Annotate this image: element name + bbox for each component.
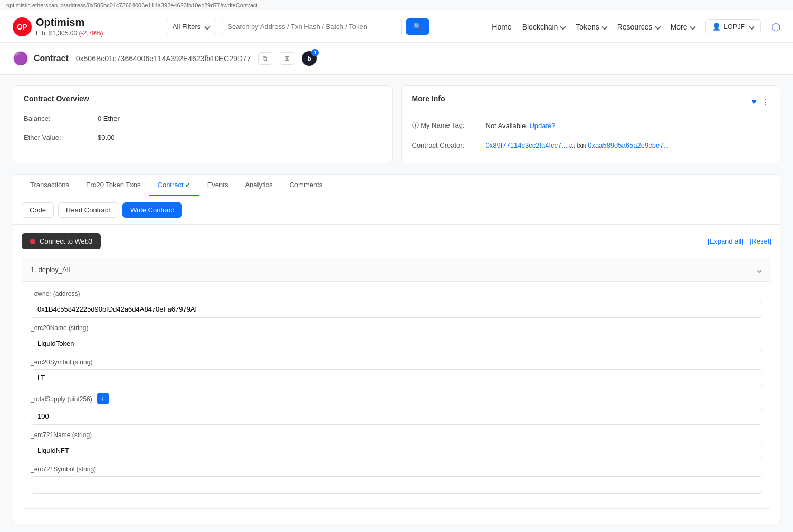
ether-value-row: Ether Value: $0.00	[24, 128, 381, 147]
field-owner-label: _owner (address)	[31, 290, 762, 297]
sub-tabs-row: Code Read Contract Write Contract	[13, 196, 780, 225]
reset-link[interactable]: [Reset]	[750, 237, 771, 245]
field-erc721name: _erc721Name (string)	[31, 431, 762, 459]
qr-code-button[interactable]: ⊞	[280, 52, 294, 65]
logo-icon: OP	[13, 17, 32, 36]
field-erc721name-input[interactable]	[31, 442, 762, 459]
sub-tab-write-contract[interactable]: Write Contract	[122, 202, 182, 218]
disconnected-icon	[30, 239, 35, 244]
nav-home[interactable]: Home	[492, 23, 511, 31]
chevron-down-icon	[690, 24, 695, 30]
tab-comments[interactable]: Comments	[281, 175, 331, 196]
nav-tokens[interactable]: Tokens	[576, 23, 606, 31]
field-erc721name-label: _erc721Name (string)	[31, 431, 762, 439]
top-bar: OP Optimism Eth: $1,305.00 (-2.79%) All …	[0, 11, 793, 43]
nav-blockchain[interactable]: Blockchain	[522, 23, 566, 31]
chevron-down-icon	[655, 24, 661, 30]
field-erc20name-label: _erc20Name (string)	[31, 324, 762, 332]
expand-all-link[interactable]: [Expand all]	[708, 237, 743, 245]
nav-resources[interactable]: Resources	[617, 23, 660, 31]
copy-address-button[interactable]: ⧉	[258, 52, 272, 65]
ether-value-value: $0.00	[98, 133, 115, 141]
chevron-down-icon	[205, 24, 211, 30]
sub-tab-code[interactable]: Code	[22, 202, 54, 218]
ether-value-label: Ether Value:	[24, 133, 98, 141]
contract-icon: 🟣	[13, 51, 28, 66]
field-erc721symbol: _erc721Symbol (string)	[31, 466, 762, 494]
sub-tab-read-contract[interactable]: Read Contract	[58, 202, 118, 218]
field-erc20symbol: _erc20Symbol (string)	[31, 359, 762, 386]
contract-creator-label: Contract Creator:	[412, 141, 486, 149]
search-area: All Filters 🔍	[166, 18, 429, 35]
search-button[interactable]: 🔍	[406, 18, 429, 35]
action-links: [Expand all] [Reset]	[708, 237, 771, 245]
blockscan-badge[interactable]: b 1	[302, 51, 317, 66]
field-erc721symbol-label: _erc721Symbol (string)	[31, 466, 762, 473]
balance-row: Balance: 0 Ether	[24, 109, 381, 128]
contract-overview-card: Contract Overview Balance: 0 Ether Ether…	[13, 85, 393, 163]
field-erc20name: _erc20Name (string)	[31, 324, 762, 352]
field-erc721symbol-input[interactable]	[31, 476, 762, 494]
balance-label: Balance:	[24, 114, 98, 122]
tabs-row: Transactions Erc20 Token Txns Contract✔ …	[13, 175, 780, 196]
creator-address-link[interactable]: 0x89f77114c3cc2fa4fcc7...	[486, 141, 568, 149]
field-owner: _owner (address)	[31, 290, 762, 318]
logo-text: Optimism	[36, 16, 103, 28]
url-text: optimistic.etherscan.io/address/0x506bc0…	[6, 2, 257, 8]
function-deploy-all: 1. deploy_All ⌄ _owner (address) _erc20N…	[22, 258, 771, 509]
verified-icon: ✔	[185, 181, 190, 189]
user-icon: 👤	[712, 23, 721, 31]
user-menu[interactable]: 👤 LOPJF	[705, 19, 761, 34]
question-icon: ⓘ	[412, 121, 421, 129]
nav-more[interactable]: More	[671, 23, 695, 31]
ethereum-logo-icon: ⬡	[771, 21, 780, 33]
function-body-deploy-all: _owner (address) _erc20Name (string) _er…	[22, 281, 771, 508]
chevron-down-icon	[601, 24, 607, 30]
field-erc20symbol-input[interactable]	[31, 369, 762, 386]
name-tag-label: ⓘ My Name Tag:	[412, 121, 486, 130]
field-totalsupply-label: _totalSupply (uint256) +	[31, 393, 762, 404]
field-totalsupply: _totalSupply (uint256) +	[31, 393, 762, 425]
function-name-deploy-all: 1. deploy_All	[31, 266, 70, 274]
balance-value: 0 Ether	[98, 114, 120, 122]
nav-area: Home Blockchain Tokens Resources More 👤 …	[492, 19, 780, 34]
badge-count: 1	[311, 49, 319, 56]
connect-web3-button[interactable]: Connect to Web3	[22, 233, 101, 249]
write-contract-area: Connect to Web3 [Expand all] [Reset] 1. …	[13, 225, 780, 524]
contract-header: 🟣 Contract 0x506Bc01c73664006e114A392E46…	[0, 43, 793, 75]
more-info-header: More Info ♥ ⋮	[412, 94, 770, 109]
chevron-down-icon	[749, 24, 754, 30]
creator-txn-link[interactable]: 0xaa589d5a65a2e9cbe7...	[588, 141, 669, 149]
overview-row: Contract Overview Balance: 0 Ether Ether…	[13, 85, 780, 163]
field-erc20name-input[interactable]	[31, 335, 762, 352]
add-totalsupply-button[interactable]: +	[97, 393, 109, 404]
favorite-button[interactable]: ♥	[752, 97, 757, 107]
chevron-down-icon	[560, 24, 566, 30]
chevron-down-icon: ⌄	[756, 265, 762, 275]
field-owner-input[interactable]	[31, 301, 762, 318]
tab-contract[interactable]: Contract✔	[149, 175, 199, 196]
name-tag-row: ⓘ My Name Tag: Not Available, Update?	[412, 115, 770, 136]
url-bar: optimistic.etherscan.io/address/0x506bc0…	[0, 0, 793, 11]
main-content: Contract Overview Balance: 0 Ether Ether…	[0, 75, 793, 532]
connect-row: Connect to Web3 [Expand all] [Reset]	[22, 233, 771, 249]
tabs-container: Transactions Erc20 Token Txns Contract✔ …	[13, 174, 780, 524]
eth-price: Eth: $1,305.00 (-2.79%)	[36, 30, 103, 37]
more-info-card: More Info ♥ ⋮ ⓘ My Name Tag: Not Availab…	[401, 85, 781, 163]
tab-events[interactable]: Events	[199, 175, 237, 196]
tab-erc20[interactable]: Erc20 Token Txns	[78, 175, 149, 196]
contract-label: Contract	[34, 54, 69, 63]
more-info-title: More Info	[412, 94, 445, 103]
filter-button[interactable]: All Filters	[166, 18, 216, 35]
contract-address: 0x506Bc01c73664006e114A392E4623fb10EC29D…	[76, 54, 251, 63]
field-totalsupply-input[interactable]	[31, 408, 762, 425]
more-options-button[interactable]: ⋮	[761, 97, 769, 107]
update-name-tag-link[interactable]: Update?	[529, 122, 555, 130]
search-input[interactable]	[221, 18, 402, 35]
tab-transactions[interactable]: Transactions	[22, 175, 78, 196]
contract-overview-title: Contract Overview	[24, 94, 381, 103]
tab-analytics[interactable]: Analytics	[236, 175, 281, 196]
field-erc20symbol-label: _erc20Symbol (string)	[31, 359, 762, 366]
function-header-deploy-all[interactable]: 1. deploy_All ⌄	[22, 258, 771, 281]
contract-creator-row: Contract Creator: 0x89f77114c3cc2fa4fcc7…	[412, 136, 770, 154]
